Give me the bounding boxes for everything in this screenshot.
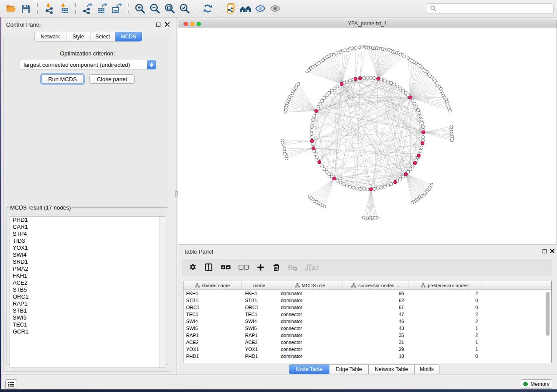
column-header-predecessor-nodes[interactable]: predecessor nodes bbox=[408, 281, 481, 289]
mcds-result-item[interactable]: YOX1 bbox=[10, 244, 165, 251]
export-image-button[interactable] bbox=[109, 2, 124, 16]
mcds-result-item[interactable]: RAP1 bbox=[10, 300, 165, 307]
table-row[interactable]: YOX1YOX1connector291 bbox=[183, 346, 551, 353]
criterion-dropdown[interactable]: largest connected component (undirected) bbox=[20, 60, 156, 69]
delete-column-button[interactable] bbox=[272, 263, 280, 272]
mcds-node[interactable] bbox=[408, 96, 412, 99]
deselect-all-button[interactable] bbox=[239, 264, 249, 271]
mcds-result-item[interactable]: PMA2 bbox=[10, 265, 165, 272]
mcds-result-item[interactable]: STB1 bbox=[10, 307, 165, 314]
import-table-button[interactable] bbox=[56, 2, 71, 16]
table-row[interactable]: SWI5SWI5connector431 bbox=[183, 325, 551, 332]
column-header-name[interactable]: name bbox=[242, 281, 277, 289]
table-row[interactable]: ORC1ORC1dominator610 bbox=[183, 304, 551, 311]
mcds-node[interactable] bbox=[377, 77, 380, 80]
mcds-node[interactable] bbox=[421, 141, 424, 145]
table-row[interactable]: RAP1RAP1dominator352 bbox=[183, 332, 551, 339]
zoom-out-button[interactable] bbox=[147, 2, 162, 16]
mcds-result-item[interactable]: SWI4 bbox=[10, 251, 165, 258]
show-all-networks-button[interactable] bbox=[238, 2, 253, 16]
tab-network[interactable]: Network bbox=[34, 32, 66, 41]
zoom-selected-button[interactable] bbox=[177, 2, 192, 16]
table-row[interactable]: TEC1TEC1connector472 bbox=[183, 311, 551, 318]
mcds-node[interactable] bbox=[315, 109, 318, 113]
export-network-button[interactable] bbox=[80, 2, 94, 16]
mcds-node[interactable] bbox=[404, 172, 408, 176]
tab-select[interactable]: Select bbox=[90, 32, 115, 41]
mcds-node[interactable] bbox=[340, 82, 343, 86]
delete-table-button[interactable] bbox=[288, 264, 298, 271]
mcds-result-item[interactable]: FKH1 bbox=[10, 272, 165, 279]
select-all-icon bbox=[221, 264, 231, 271]
show-panels-menu-button[interactable] bbox=[5, 379, 17, 389]
mcds-node[interactable] bbox=[332, 177, 336, 180]
select-all-button[interactable] bbox=[221, 264, 231, 271]
table-row[interactable]: FKH1FKH1dominator962 bbox=[183, 290, 551, 297]
table-row[interactable]: STB1STB1dominator620 bbox=[183, 297, 551, 304]
float-panel-icon[interactable] bbox=[542, 249, 547, 254]
mcds-result-item[interactable]: GCR1 bbox=[10, 328, 165, 335]
mcds-node[interactable] bbox=[417, 154, 421, 158]
column-header-MCDS-role[interactable]: MCDS role bbox=[277, 281, 343, 289]
search-input[interactable] bbox=[436, 5, 550, 12]
run-mcds-button[interactable]: Run MCDS bbox=[42, 74, 83, 84]
close-panel-icon[interactable] bbox=[550, 248, 555, 254]
mcds-result-item[interactable]: STP4 bbox=[10, 230, 165, 237]
tab-network-table[interactable]: Network Table bbox=[369, 364, 415, 374]
tab-edge-table[interactable]: Edge Table bbox=[329, 364, 369, 374]
function-builder-button[interactable]: f(x) bbox=[305, 263, 318, 272]
zoom-fit-button[interactable] bbox=[162, 2, 177, 16]
search-field[interactable] bbox=[427, 3, 554, 14]
export-table-button[interactable] bbox=[94, 2, 109, 16]
cell-role: connector bbox=[277, 312, 343, 317]
cell-role: dominator bbox=[277, 298, 343, 303]
add-column-button[interactable] bbox=[256, 263, 265, 272]
tab-node-table[interactable]: Node Table bbox=[289, 364, 329, 374]
show-graphics-details-button[interactable] bbox=[268, 2, 283, 16]
mcds-result-list[interactable]: PHD1CAR1STP4TID3YOX1SWI4SRD1PMA2FKH1ACE2… bbox=[10, 216, 165, 368]
open-file-button[interactable] bbox=[3, 2, 18, 16]
mcds-node[interactable] bbox=[422, 131, 425, 134]
column-header-successor-nodes[interactable]: successor nodes⌄ bbox=[343, 281, 408, 289]
mcds-result-item[interactable]: ORC1 bbox=[10, 293, 165, 300]
tab-motifs[interactable]: Motifs bbox=[415, 364, 439, 374]
close-panel-icon[interactable] bbox=[165, 22, 170, 27]
tab-mcds[interactable]: MCDS bbox=[115, 32, 142, 41]
settings-gear-button[interactable] bbox=[189, 263, 197, 272]
table-scrollbar-thumb[interactable] bbox=[546, 292, 550, 336]
table-row[interactable]: ACE2ACE2connector311 bbox=[183, 339, 551, 346]
mcds-result-item[interactable]: ACE2 bbox=[10, 279, 165, 286]
open-session-button[interactable] bbox=[223, 2, 238, 16]
mcds-node[interactable] bbox=[394, 180, 397, 184]
save-session-button[interactable] bbox=[18, 2, 33, 16]
mcds-node[interactable] bbox=[413, 162, 417, 165]
mcds-result-item[interactable]: TEC1 bbox=[10, 321, 165, 328]
zoom-in-button[interactable] bbox=[132, 2, 147, 16]
mcds-node[interactable] bbox=[312, 147, 315, 150]
mcds-result-item[interactable]: SWI5 bbox=[10, 314, 165, 321]
mcds-result-item[interactable]: STB5 bbox=[10, 286, 165, 293]
hide-graphics-details-button[interactable] bbox=[253, 2, 268, 16]
mcds-result-item[interactable]: TID3 bbox=[10, 237, 165, 244]
mcds-node[interactable] bbox=[310, 139, 314, 143]
import-network-button[interactable] bbox=[42, 2, 56, 16]
list-scrollbar-track[interactable] bbox=[159, 217, 165, 368]
table-row[interactable]: PHD1PHD1dominator180 bbox=[183, 353, 551, 360]
mcds-result-item[interactable]: SRD1 bbox=[10, 258, 165, 265]
close-panel-button[interactable]: Close panel bbox=[89, 74, 135, 84]
tab-style[interactable]: Style bbox=[66, 32, 90, 41]
mcds-node[interactable] bbox=[354, 77, 357, 81]
mcds-result-item[interactable]: PHD1 bbox=[10, 217, 165, 224]
column-header-shared-name[interactable]: shared name bbox=[183, 281, 242, 289]
refresh-view-button[interactable] bbox=[200, 2, 215, 16]
network-window-titlebar[interactable]: YPA_prune.txt_1 bbox=[178, 20, 557, 28]
mcds-result-item[interactable]: CAR1 bbox=[10, 224, 165, 230]
network-canvas[interactable] bbox=[178, 28, 557, 244]
mcds-node[interactable] bbox=[369, 188, 373, 191]
memory-button[interactable]: Memory bbox=[521, 379, 552, 389]
float-panel-icon[interactable] bbox=[156, 22, 161, 27]
table-row[interactable]: SWI4SWI4dominator462 bbox=[183, 318, 551, 325]
mcds-node[interactable] bbox=[358, 76, 362, 80]
show-columns-button[interactable] bbox=[204, 263, 213, 272]
mcds-node[interactable] bbox=[318, 160, 321, 164]
